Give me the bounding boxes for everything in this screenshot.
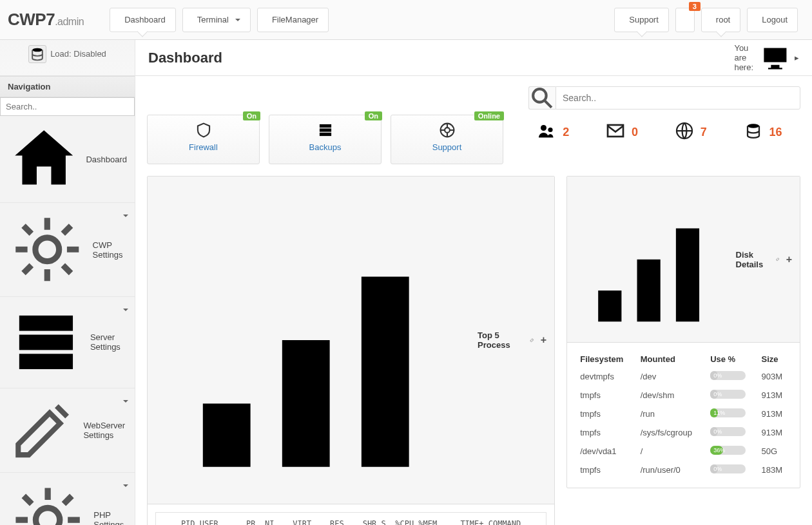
status-badge: On: [365, 111, 382, 120]
support-label: Support: [629, 15, 659, 24]
stat-value: 7: [701, 126, 707, 139]
card-label: Firewall: [148, 142, 259, 152]
monitor-icon[interactable]: [761, 44, 789, 72]
stat[interactable]: 7: [675, 121, 707, 144]
search-button[interactable]: [528, 86, 556, 110]
sidebar-item[interactable]: CWP Settings: [0, 203, 135, 296]
support-button[interactable]: Support: [614, 8, 669, 32]
load-box: Load: Disabled: [0, 40, 135, 75]
sidebar-item-label: CWP Settings: [93, 240, 127, 260]
table-row: tmpfs/run 11% 913M: [576, 405, 791, 423]
gears-icon: [8, 210, 87, 289]
table-row: tmpfs/sys/fs/cgroup 0% 913M: [576, 424, 791, 441]
main-search: [528, 86, 800, 110]
panel-expand-button[interactable]: +: [541, 334, 546, 346]
shield-icon: [148, 122, 259, 138]
user-button[interactable]: root: [701, 8, 740, 32]
status-badge: On: [243, 111, 260, 120]
main-search-input[interactable]: [556, 86, 800, 110]
chevron-right-icon: ▸: [795, 53, 799, 62]
chevron-down-icon: [123, 400, 128, 405]
brand: CWP7.admin: [8, 10, 84, 30]
breadcrumb: You are here: ▸: [734, 43, 799, 72]
brush-icon: [8, 396, 77, 465]
notifications-button[interactable]: 3: [675, 8, 695, 32]
chevron-down-icon: [123, 215, 128, 220]
sidebar-item-label: Dashboard: [86, 155, 127, 164]
terminal-label: Terminal: [197, 15, 229, 24]
process-title: Top 5 Process: [478, 330, 523, 350]
panel-expand-button[interactable]: +: [786, 254, 792, 265]
server-icon: [269, 122, 381, 138]
sidebar-item[interactable]: Server Settings: [0, 297, 135, 388]
sidebar-item-label: PHP Settings: [93, 510, 127, 525]
sidebar-item[interactable]: PHP Settings: [0, 473, 135, 525]
disk-panel: Disk Details + FilesystemMountedUse %Siz…: [566, 176, 800, 488]
card-label: Backups: [269, 142, 381, 152]
stat[interactable]: 16: [744, 121, 782, 144]
sidebar-item-label: WebServer Settings: [83, 421, 127, 440]
brand-sub: .admin: [55, 16, 84, 27]
users-icon: [537, 121, 556, 144]
nav-header: Navigation: [0, 76, 135, 97]
globe-icon: [675, 121, 694, 144]
filemanager-label: FileManager: [272, 15, 318, 24]
user-label: root: [716, 15, 730, 24]
server-icon: [8, 304, 84, 381]
stat[interactable]: 0: [606, 121, 638, 144]
nav-list: Dashboard CWP Settings Server Settings W…: [0, 116, 135, 525]
life-icon: [391, 122, 503, 138]
sidebar-item[interactable]: WebServer Settings: [0, 388, 135, 472]
chevron-down-icon: [123, 309, 128, 314]
notif-badge: 3: [689, 2, 701, 11]
sidebar-item-label: Server Settings: [90, 332, 127, 352]
link-icon[interactable]: [775, 256, 780, 262]
sidebar-item[interactable]: Dashboard: [0, 116, 135, 202]
brand-main: CWP7: [8, 10, 55, 29]
table-row: tmpfs/run/user/0 0% 183M: [576, 461, 791, 479]
table-row: tmpfs/dev/shm 0% 913M: [576, 387, 791, 404]
logout-button[interactable]: Logout: [747, 8, 798, 32]
bars-icon: [575, 182, 730, 337]
disk-icon[interactable]: [28, 45, 46, 63]
mail-icon: [606, 121, 625, 144]
dashboard-button[interactable]: Dashboard: [110, 8, 176, 32]
stat-value: 16: [769, 126, 782, 139]
stat-value: 2: [563, 126, 569, 139]
status-badge: Online: [474, 111, 504, 120]
topbar: CWP7.admin Dashboard Terminal FileManage…: [0, 0, 812, 40]
logout-label: Logout: [762, 15, 788, 24]
filemanager-button[interactable]: FileManager: [257, 8, 329, 32]
status-card[interactable]: On Firewall: [147, 115, 260, 164]
stat[interactable]: 2: [537, 121, 569, 144]
terminal-button[interactable]: Terminal: [182, 8, 251, 32]
load-label: Load: Disabled: [50, 49, 106, 59]
sidebar: Navigation Dashboard CWP Settings Server…: [0, 76, 135, 525]
process-output: PID USER PR NI VIRT RES SHR S %CPU %MEM …: [155, 512, 546, 525]
stat-value: 0: [632, 126, 638, 139]
chevron-down-icon: [123, 484, 128, 490]
link-icon[interactable]: [528, 337, 536, 344]
gears-icon: [8, 480, 88, 525]
page-title: Dashboard: [148, 50, 222, 66]
home-icon: [8, 123, 80, 195]
process-panel: Top 5 Process + PID USER PR NI VIRT RES …: [147, 176, 555, 525]
chevron-down-icon: [233, 15, 240, 24]
status-card[interactable]: On Backups: [269, 115, 382, 164]
disk-title: Disk Details: [736, 250, 770, 269]
subbar: Load: Disabled Dashboard You are here: ▸: [0, 40, 812, 76]
bars-icon: [155, 182, 472, 499]
dashboard-label: Dashboard: [124, 15, 166, 24]
table-row: /dev/vda1/ 36% 50G: [576, 443, 791, 460]
disk-table: FilesystemMountedUse %Size devtmpfs/dev …: [575, 350, 792, 480]
table-row: devtmpfs/dev 0% 903M: [576, 368, 791, 385]
card-label: Support: [391, 142, 503, 152]
status-card[interactable]: Online Support: [391, 115, 503, 164]
main: On FirewallOn BackupsOnline Support 2071…: [135, 76, 812, 525]
db-icon: [744, 121, 763, 144]
sidebar-search-input[interactable]: [0, 97, 135, 116]
search-icon: [529, 85, 556, 111]
